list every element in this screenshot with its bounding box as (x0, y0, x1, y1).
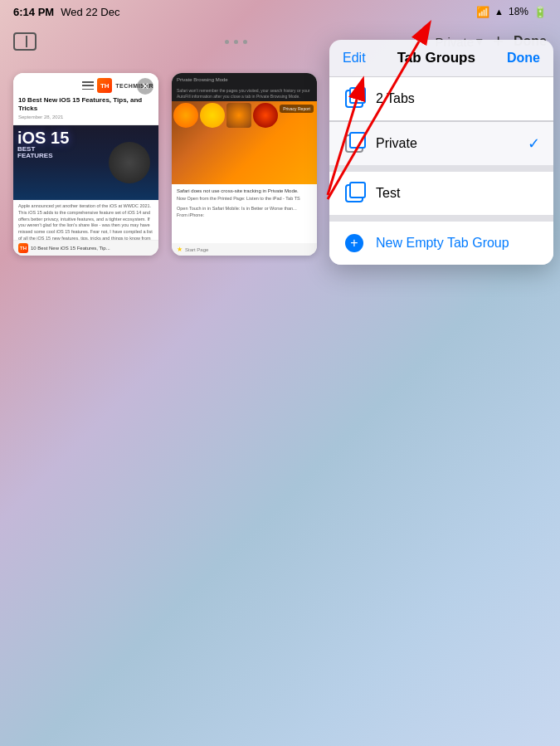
popup-new-group-label: New Empty Tab Group (376, 236, 509, 251)
popup-section-main: 2 Tabs Private ✓ (329, 77, 553, 165)
popup-item-private[interactable]: Private ✓ (329, 122, 553, 165)
popup-item-2tabs[interactable]: 2 Tabs (329, 77, 553, 121)
tab-group-icon-test (343, 182, 366, 205)
popup-header: Edit Tab Groups Done (329, 40, 553, 77)
popup-test-label: Test (376, 186, 540, 201)
test-tabs-icon (345, 184, 363, 202)
popup-private-label: Private (376, 136, 518, 151)
tabs-icon (345, 90, 363, 108)
tab-groups-popup: Edit Tab Groups Done 2 Tabs Private ✓ (329, 40, 553, 265)
popup-divider-3 (329, 215, 553, 222)
tab-group-icon-2tabs (343, 87, 366, 110)
popup-item-new-group[interactable]: + New Empty Tab Group (329, 222, 553, 265)
checkmark-icon: ✓ (528, 134, 540, 153)
popup-overlay: Edit Tab Groups Done 2 Tabs Private ✓ (0, 0, 560, 746)
popup-title: Tab Groups (397, 50, 475, 66)
popup-section-new: + New Empty Tab Group (329, 222, 553, 265)
popup-edit-button[interactable]: Edit (343, 51, 366, 66)
popup-2tabs-label: 2 Tabs (376, 91, 540, 106)
popup-done-button[interactable]: Done (507, 51, 540, 66)
add-group-icon: + (343, 232, 366, 255)
plus-circle-icon: + (345, 234, 363, 252)
private-tabs-icon (345, 134, 363, 153)
popup-item-test[interactable]: Test (329, 172, 553, 215)
popup-divider-2 (329, 165, 553, 172)
popup-section-test: Test (329, 172, 553, 215)
tab-group-icon-private (343, 132, 366, 155)
